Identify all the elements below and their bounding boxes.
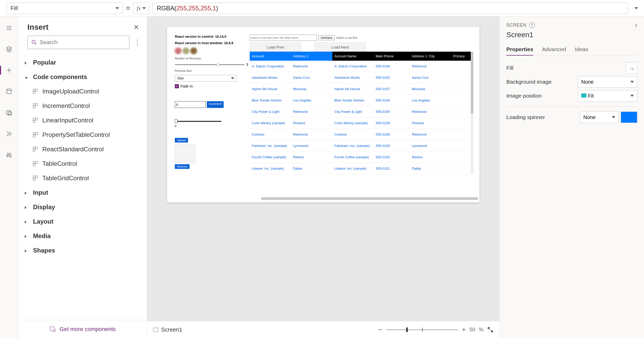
tab-properties[interactable]: Properties xyxy=(506,46,533,56)
component-item[interactable]: ReactStandardControl xyxy=(18,142,147,156)
zoom-slider[interactable] xyxy=(386,329,458,330)
category-media[interactable]: Media xyxy=(18,229,147,243)
upload-button[interactable]: Upload xyxy=(175,138,188,143)
hamburger-button[interactable] xyxy=(4,23,14,33)
power-automate-button[interactable] xyxy=(4,129,14,139)
svg-point-3 xyxy=(7,155,8,156)
component-item[interactable]: IncrementControl xyxy=(18,99,147,113)
component-item[interactable]: ImageUploadControl xyxy=(18,84,147,99)
table-row[interactable]: ContosoRedmondContoso555-0156Redmond xyxy=(250,129,472,140)
remove-button[interactable]: Remove xyxy=(175,164,190,169)
formula-expand-button[interactable] xyxy=(631,7,641,9)
component-icon xyxy=(32,146,39,153)
table-row[interactable]: Fabrikam, Inc. (sample)LynnwoodFabrikam,… xyxy=(250,140,472,152)
react-control-version: React version in control: 16.14.0 xyxy=(175,35,248,38)
category-shapes[interactable]: Shapes xyxy=(18,243,147,258)
horizontal-scrollbar[interactable] xyxy=(261,197,478,200)
header-cell[interactable]: Address 1: City xyxy=(410,52,451,61)
table-row[interactable]: Adventure WorksSanta CruzAdventure Works… xyxy=(250,72,472,83)
alias-row: GetValue Select a row first xyxy=(250,35,472,41)
chevron-right-icon[interactable]: › xyxy=(635,21,637,29)
chevron-down-icon xyxy=(25,73,29,81)
table-scrollbar[interactable] xyxy=(471,52,473,174)
table-cell: Adventure Works xyxy=(250,72,291,83)
get-more-components-button[interactable]: Get more components xyxy=(18,320,147,338)
insert-button[interactable] xyxy=(4,65,14,75)
svg-rect-26 xyxy=(36,176,38,178)
property-selector[interactable]: Fill xyxy=(7,3,123,14)
component-item[interactable]: LinearInputControl xyxy=(18,113,147,128)
category-display[interactable]: Display xyxy=(18,200,147,214)
media-icon xyxy=(6,109,12,116)
table-cell: City Power & Light xyxy=(250,106,291,117)
table-header: Account Address 1: Account Name Main Pho… xyxy=(250,52,472,61)
chevron-down-icon xyxy=(231,77,234,79)
table-cell: 555-0156 xyxy=(374,129,410,140)
category-input[interactable]: Input xyxy=(18,185,147,200)
linear-input[interactable] xyxy=(175,121,221,122)
zoom-in-button[interactable]: + xyxy=(462,326,466,334)
header-cell[interactable]: Primary xyxy=(451,52,472,61)
screen-selector[interactable]: Screen1 xyxy=(153,326,182,333)
alias-input[interactable] xyxy=(250,35,317,41)
load-next-button[interactable]: Load Next xyxy=(314,42,366,52)
table-row[interactable]: City Power & LightRedmondCity Power & Li… xyxy=(250,106,472,117)
persona-size-select[interactable]: 32px xyxy=(175,75,237,82)
tab-advanced[interactable]: Advanced xyxy=(542,46,566,56)
canvas-viewport[interactable]: React version in control: 16.14.0 React … xyxy=(147,17,499,321)
table-cell: Fabrikam, Inc. (sample) xyxy=(250,140,291,151)
svg-rect-20 xyxy=(36,147,38,149)
table-row[interactable]: A. Datum CorporationRedmondA. Datum Corp… xyxy=(250,61,472,72)
increment-input[interactable] xyxy=(175,101,206,108)
category-layout[interactable]: Layout xyxy=(18,214,147,229)
data-button[interactable] xyxy=(4,86,14,97)
fade-in-checkbox[interactable]: ✓Fade In xyxy=(175,84,248,88)
table-row[interactable]: Coho Winery (sample)PhoenixCoho Winery (… xyxy=(250,117,472,129)
table-row[interactable]: Alpine Ski HouseMissoulaAlpine Ski House… xyxy=(250,83,472,95)
formula-input[interactable]: RGBA(255, 255, 255, 1) xyxy=(152,3,628,14)
table-cell: 555-0153 xyxy=(374,140,410,151)
table-cell: Dallas xyxy=(291,163,332,174)
search-field[interactable] xyxy=(40,39,125,46)
close-pane-button[interactable]: ✕ xyxy=(133,23,139,31)
layers-icon xyxy=(6,46,12,52)
upload-thumbnail xyxy=(175,144,195,163)
table-cell: Coho Winery (sample) xyxy=(332,117,374,129)
advanced-tools-button[interactable] xyxy=(4,150,14,160)
header-cell[interactable]: Account Name xyxy=(332,52,374,61)
table-cell: Lynnwood xyxy=(291,140,332,151)
category-popular[interactable]: Popular xyxy=(18,55,147,70)
header-cell[interactable]: Address 1: xyxy=(291,52,332,61)
header-cell[interactable]: Account xyxy=(250,52,291,61)
component-item[interactable]: TableGridControl xyxy=(18,171,147,185)
increment-button[interactable]: Increment xyxy=(207,101,224,108)
screen-mock[interactable]: React version in control: 16.14.0 React … xyxy=(167,27,480,202)
fill-color-button[interactable] xyxy=(626,62,637,74)
tree-view-button[interactable] xyxy=(4,44,14,54)
help-button[interactable]: ? xyxy=(529,22,535,28)
media-button[interactable] xyxy=(4,107,14,118)
react-host-version: React version in host window: 16.8.6 xyxy=(175,41,248,45)
more-button[interactable]: ⋮ xyxy=(134,38,141,46)
persona-slider[interactable]: 3 xyxy=(175,62,248,67)
table-row[interactable]: Litware, Inc. (sample)DallasLitware, Inc… xyxy=(250,163,472,174)
component-item[interactable]: PropertySetTableControl xyxy=(18,128,147,142)
insert-header: Insert ✕ xyxy=(18,17,147,34)
loading-spinner-select[interactable]: None xyxy=(580,112,619,123)
header-cell[interactable]: Main Phone xyxy=(374,52,410,61)
prop-image-position: Image position Fit xyxy=(506,89,637,103)
component-item[interactable]: TableControl xyxy=(18,156,147,171)
load-prev-button[interactable]: Load Prev xyxy=(250,42,301,52)
zoom-out-button[interactable]: − xyxy=(378,326,382,334)
background-image-select[interactable]: None xyxy=(578,76,637,88)
tab-ideas[interactable]: Ideas xyxy=(575,46,588,56)
getvalue-button[interactable]: GetValue xyxy=(318,35,335,40)
fullscreen-button[interactable] xyxy=(487,326,494,333)
search-input[interactable] xyxy=(27,36,129,49)
table-row[interactable]: Fourth Coffee (sample)RentonFourth Coffe… xyxy=(250,152,472,163)
image-position-select[interactable]: Fit xyxy=(578,90,637,101)
fx-toggle[interactable]: fx xyxy=(133,3,149,14)
table-row[interactable]: Blue Yonder AirlinesLos AngelesBlue Yond… xyxy=(250,95,472,106)
category-code-components[interactable]: Code components xyxy=(18,70,147,84)
spinner-color-button[interactable] xyxy=(621,112,637,123)
